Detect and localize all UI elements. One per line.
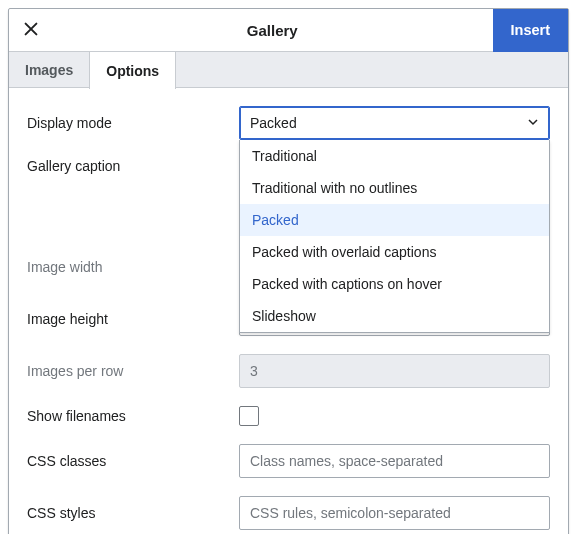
label-css-classes: CSS classes bbox=[27, 453, 239, 469]
dropdown-item-slideshow[interactable]: Slideshow bbox=[240, 300, 549, 332]
row-display-mode: Display mode Packed Traditional Traditio… bbox=[27, 106, 550, 140]
dialog-title: Gallery bbox=[52, 22, 493, 39]
label-display-mode: Display mode bbox=[27, 115, 239, 131]
close-icon bbox=[22, 20, 40, 41]
tab-images-label: Images bbox=[25, 62, 73, 78]
control-display-mode: Packed Traditional Traditional with no o… bbox=[239, 106, 550, 140]
label-show-filenames: Show filenames bbox=[27, 408, 239, 424]
dropdown-item-packed-overlaid[interactable]: Packed with overlaid captions bbox=[240, 236, 549, 268]
dropdown-item-packed-hover[interactable]: Packed with captions on hover bbox=[240, 268, 549, 300]
gallery-dialog: Gallery Insert Images Options Display mo… bbox=[8, 8, 569, 534]
css-styles-input[interactable] bbox=[239, 496, 550, 530]
row-show-filenames: Show filenames bbox=[27, 406, 550, 426]
control-images-per-row bbox=[239, 354, 550, 388]
tab-options-label: Options bbox=[106, 63, 159, 79]
row-images-per-row: Images per row bbox=[27, 354, 550, 388]
insert-button[interactable]: Insert bbox=[493, 9, 569, 52]
label-images-per-row: Images per row bbox=[27, 363, 239, 379]
css-classes-input[interactable] bbox=[239, 444, 550, 478]
control-css-styles bbox=[239, 496, 550, 530]
dialog-body: Display mode Packed Traditional Traditio… bbox=[9, 88, 568, 534]
label-image-height: Image height bbox=[27, 311, 239, 327]
control-css-classes bbox=[239, 444, 550, 478]
dropdown-item-packed[interactable]: Packed bbox=[240, 204, 549, 236]
display-mode-dropdown: Traditional Traditional with no outlines… bbox=[239, 140, 550, 333]
row-css-classes: CSS classes bbox=[27, 444, 550, 478]
tab-options[interactable]: Options bbox=[89, 52, 176, 89]
insert-button-label: Insert bbox=[511, 22, 551, 38]
dialog-header: Gallery Insert bbox=[9, 9, 568, 52]
chevron-down-icon bbox=[527, 115, 539, 131]
dropdown-item-traditional-no-outlines[interactable]: Traditional with no outlines bbox=[240, 172, 549, 204]
label-gallery-caption: Gallery caption bbox=[27, 158, 239, 174]
show-filenames-checkbox[interactable] bbox=[239, 406, 259, 426]
display-mode-select[interactable]: Packed bbox=[239, 106, 550, 140]
tabs: Images Options bbox=[9, 52, 568, 88]
display-mode-value: Packed bbox=[250, 115, 297, 131]
label-css-styles: CSS styles bbox=[27, 505, 239, 521]
label-image-width: Image width bbox=[27, 259, 239, 275]
tab-images[interactable]: Images bbox=[9, 52, 89, 88]
row-css-styles: CSS styles bbox=[27, 496, 550, 530]
images-per-row-input bbox=[239, 354, 550, 388]
dropdown-item-traditional[interactable]: Traditional bbox=[240, 140, 549, 172]
close-button[interactable] bbox=[9, 9, 52, 52]
control-show-filenames bbox=[239, 406, 550, 426]
